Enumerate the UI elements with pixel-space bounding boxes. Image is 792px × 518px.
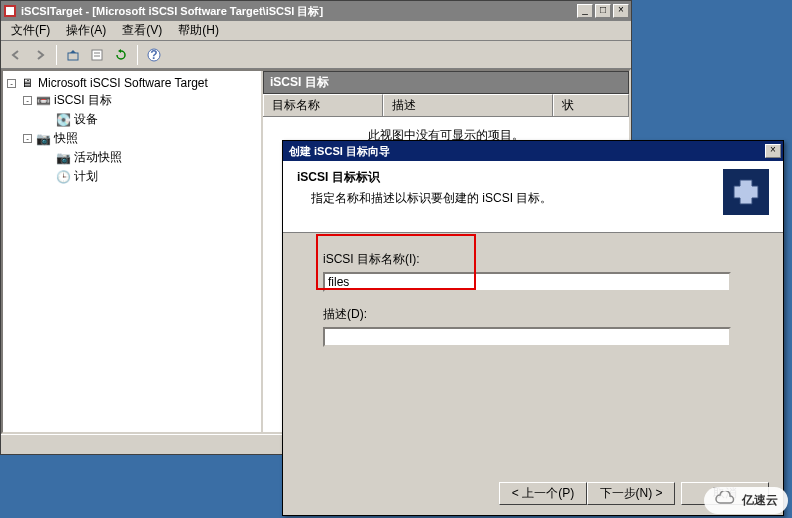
menu-view[interactable]: 查看(V) xyxy=(116,20,168,41)
toolbar-separator xyxy=(137,45,138,65)
description-label: 描述(D): xyxy=(323,306,753,323)
close-button[interactable]: × xyxy=(613,4,629,18)
tree-root-label: Microsoft iSCSI Software Target xyxy=(38,76,208,90)
forward-button[interactable] xyxy=(29,44,51,66)
tree-devices[interactable]: 💽 设备 xyxy=(5,110,259,129)
column-headers: 目标名称 描述 状 xyxy=(263,94,629,117)
menubar: 文件(F) 操作(A) 查看(V) 帮助(H) xyxy=(1,21,631,41)
watermark-text: 亿速云 xyxy=(742,492,778,509)
tree-devices-label: 设备 xyxy=(74,111,98,128)
refresh-button[interactable] xyxy=(110,44,132,66)
tree-targets[interactable]: - 📼 iSCSI 目标 xyxy=(5,91,259,110)
wizard-close-button[interactable]: × xyxy=(765,144,781,158)
col-description[interactable]: 描述 xyxy=(383,94,553,116)
back-button[interactable]: < 上一个(P) xyxy=(499,482,587,505)
collapse-icon[interactable]: - xyxy=(23,134,32,143)
toolbar: ? xyxy=(1,41,631,69)
menu-help[interactable]: 帮助(H) xyxy=(172,20,225,41)
app-icon xyxy=(3,4,17,18)
wizard-icon xyxy=(723,169,769,215)
tree-snapshots-label: 快照 xyxy=(54,130,78,147)
target-name-group: iSCSI 目标名称(I): xyxy=(323,251,753,292)
col-target-name[interactable]: 目标名称 xyxy=(263,94,383,116)
maximize-button[interactable]: □ xyxy=(595,4,611,18)
mmc-title-text: iSCSITarget - [Microsoft iSCSI Software … xyxy=(21,4,577,19)
menu-file[interactable]: 文件(F) xyxy=(5,20,56,41)
camera-icon: 📷 xyxy=(36,132,50,146)
target-name-label: iSCSI 目标名称(I): xyxy=(323,251,753,268)
wizard-titlebar: 创建 iSCSI 目标向导 × xyxy=(283,141,783,161)
tree-schedule[interactable]: 🕒 计划 xyxy=(5,167,259,186)
window-controls: _ □ × xyxy=(577,4,629,18)
minimize-button[interactable]: _ xyxy=(577,4,593,18)
create-target-wizard: 创建 iSCSI 目标向导 × iSCSI 目标标识 指定名称和描述以标识要创建… xyxy=(282,140,784,516)
col-status[interactable]: 状 xyxy=(553,94,629,116)
tree-snapshots[interactable]: - 📷 快照 xyxy=(5,129,259,148)
svg-text:?: ? xyxy=(150,48,157,62)
toolbar-separator xyxy=(56,45,57,65)
collapse-icon[interactable]: - xyxy=(7,79,16,88)
menu-action[interactable]: 操作(A) xyxy=(60,20,112,41)
properties-button[interactable] xyxy=(86,44,108,66)
tree-schedule-label: 计划 xyxy=(74,168,98,185)
target-name-input[interactable] xyxy=(323,272,731,292)
tree-root[interactable]: - 🖥 Microsoft iSCSI Software Target xyxy=(5,75,259,91)
mmc-titlebar: iSCSITarget - [Microsoft iSCSI Software … xyxy=(1,1,631,21)
wizard-title: 创建 iSCSI 目标向导 xyxy=(285,144,765,159)
server-icon: 🖥 xyxy=(20,76,34,90)
tree-active-label: 活动快照 xyxy=(74,149,122,166)
svg-rect-3 xyxy=(92,50,102,60)
cloud-icon xyxy=(714,491,736,510)
wizard-body: iSCSI 目标名称(I): 描述(D): xyxy=(283,233,783,347)
content-header: iSCSI 目标 xyxy=(263,71,629,94)
wizard-header-title: iSCSI 目标标识 xyxy=(297,169,723,186)
target-icon: 📼 xyxy=(36,94,50,108)
camera-icon: 📷 xyxy=(56,151,70,165)
svg-rect-2 xyxy=(68,53,78,60)
tree-pane[interactable]: - 🖥 Microsoft iSCSI Software Target - 📼 … xyxy=(3,71,263,432)
up-button[interactable] xyxy=(62,44,84,66)
device-icon: 💽 xyxy=(56,113,70,127)
description-group: 描述(D): xyxy=(323,306,753,347)
clock-icon: 🕒 xyxy=(56,170,70,184)
tree-active-snapshots[interactable]: 📷 活动快照 xyxy=(5,148,259,167)
tree-targets-label: iSCSI 目标 xyxy=(54,92,112,109)
help-button[interactable]: ? xyxy=(143,44,165,66)
watermark: 亿速云 xyxy=(704,487,788,514)
next-button[interactable]: 下一步(N) > xyxy=(587,482,675,505)
wizard-header: iSCSI 目标标识 指定名称和描述以标识要创建的 iSCSI 目标。 xyxy=(283,161,783,233)
description-input[interactable] xyxy=(323,327,731,347)
back-button[interactable] xyxy=(5,44,27,66)
collapse-icon[interactable]: - xyxy=(23,96,32,105)
wizard-header-subtitle: 指定名称和描述以标识要创建的 iSCSI 目标。 xyxy=(297,190,723,207)
svg-rect-1 xyxy=(6,7,14,15)
